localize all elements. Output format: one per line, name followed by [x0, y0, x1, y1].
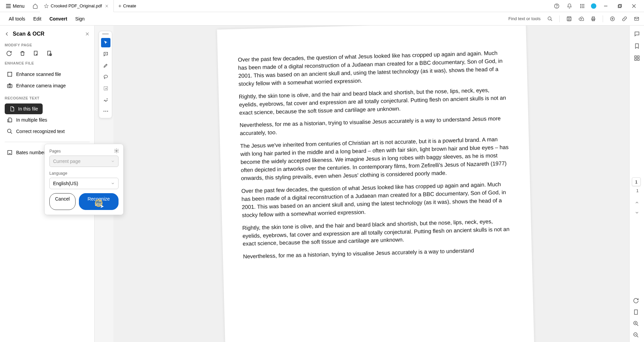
- popover-settings-button[interactable]: [114, 148, 119, 154]
- enhance-scanned-button[interactable]: Enhance scanned file: [5, 69, 90, 80]
- recognize-text-button[interactable]: Recognize text ➤: [79, 193, 119, 210]
- convert-button[interactable]: Convert: [45, 13, 71, 24]
- delete-page-button[interactable]: [19, 50, 26, 56]
- zoom-out-button[interactable]: [633, 332, 639, 338]
- save-button[interactable]: [566, 16, 572, 22]
- rotate-button[interactable]: [6, 50, 12, 56]
- title-right-group: [553, 2, 641, 10]
- svg-rect-17: [618, 5, 621, 8]
- notifications-button[interactable]: [565, 2, 573, 10]
- back-button[interactable]: [5, 32, 9, 36]
- maximize-button[interactable]: [615, 3, 625, 9]
- toolbar-right: Find text or tools: [508, 15, 639, 22]
- menu-button[interactable]: Menu: [3, 2, 28, 10]
- cursor-icon: [103, 40, 108, 45]
- thumbnail-icon: [634, 55, 640, 61]
- svg-text:A: A: [105, 87, 107, 90]
- separator: [603, 15, 603, 22]
- signature-icon: [103, 97, 108, 102]
- avatar[interactable]: [591, 3, 596, 9]
- more-tools[interactable]: [101, 106, 110, 116]
- all-tools-button[interactable]: All tools: [5, 13, 29, 24]
- extract-page-button[interactable]: [33, 50, 39, 56]
- bookmark-panel-button[interactable]: [634, 43, 640, 49]
- grip-handle[interactable]: [102, 33, 109, 35]
- svg-point-38: [7, 129, 11, 133]
- zoom-in-button[interactable]: [633, 320, 639, 327]
- panel-header: Scan & OCR: [5, 31, 90, 37]
- home-icon: [33, 3, 38, 9]
- language-select[interactable]: English(US): [49, 178, 119, 189]
- svg-point-45: [103, 111, 104, 112]
- in-multiple-files-label: In multiple files: [16, 117, 47, 123]
- svg-rect-8: [582, 4, 583, 5]
- save-icon: [566, 16, 572, 22]
- upload-button[interactable]: [579, 16, 584, 22]
- zoom-in-icon: [633, 320, 639, 327]
- page-total: 1: [636, 188, 639, 193]
- vertical-tool-strip: A: [99, 31, 112, 118]
- comment-tool[interactable]: [101, 49, 110, 59]
- draw-tool[interactable]: [101, 72, 110, 82]
- language-value: English(US): [53, 181, 78, 186]
- rotate-view-button[interactable]: [633, 298, 639, 304]
- next-page-button[interactable]: [635, 210, 639, 215]
- menu-label: Menu: [13, 3, 25, 9]
- zoom-out-icon: [633, 332, 639, 338]
- chevron-down-icon: [111, 181, 115, 185]
- document-tab[interactable]: Crooked PDF_Original.pdf: [40, 0, 113, 12]
- envelope-icon: [634, 16, 639, 22]
- trash-icon: [19, 50, 26, 56]
- page-display-button[interactable]: [633, 309, 639, 315]
- print-button[interactable]: [591, 16, 596, 22]
- correct-recognized-button[interactable]: Correct recognized text: [5, 126, 90, 137]
- svg-rect-18: [619, 4, 622, 7]
- pages-select[interactable]: Current page: [49, 156, 119, 167]
- edit-button[interactable]: Edit: [29, 13, 45, 24]
- svg-rect-24: [568, 19, 570, 20]
- text-box-tool[interactable]: A: [101, 84, 110, 93]
- tab-close-button[interactable]: [104, 3, 109, 9]
- tab-title: Crooked PDF_Original.pdf: [51, 3, 102, 8]
- minimize-button[interactable]: [601, 3, 610, 9]
- plus-icon: [118, 4, 122, 8]
- chat-panel-button[interactable]: [634, 31, 640, 37]
- sign-button[interactable]: Sign: [71, 13, 89, 24]
- svg-rect-35: [8, 72, 12, 76]
- close-window-button[interactable]: [629, 3, 639, 9]
- insert-page-button[interactable]: [46, 50, 52, 56]
- scan-icon: [7, 71, 13, 77]
- in-multiple-files-button[interactable]: In multiple files: [5, 114, 90, 126]
- create-tab-button[interactable]: Create: [114, 3, 140, 8]
- home-button[interactable]: [31, 1, 40, 11]
- apps-button[interactable]: [578, 2, 586, 10]
- prev-page-button[interactable]: [635, 200, 639, 205]
- page-number-input[interactable]: 1: [632, 177, 641, 186]
- share-button[interactable]: [634, 16, 639, 22]
- help-button[interactable]: [553, 2, 561, 10]
- cancel-button[interactable]: Cancel: [49, 193, 76, 210]
- enhance-camera-button[interactable]: Enhance camera image: [5, 80, 90, 91]
- pages-value: Current page: [53, 159, 81, 164]
- doc-paragraph: Nevertheless, for me as a historian, try…: [243, 246, 512, 261]
- pages-label: Pages: [49, 149, 119, 154]
- chevron-down-icon: [111, 159, 115, 163]
- chevron-left-icon: [5, 32, 9, 36]
- select-tool[interactable]: [101, 38, 110, 47]
- find-label: Find text or tools: [508, 16, 541, 21]
- separator: [559, 15, 560, 22]
- in-this-file-button[interactable]: In this file: [5, 103, 43, 114]
- link-button[interactable]: [622, 16, 627, 22]
- highlight-tool[interactable]: [101, 61, 110, 70]
- search-button[interactable]: [547, 16, 553, 22]
- document-viewer[interactable]: Over the past few decades, the question …: [113, 26, 629, 342]
- sparkle-icon: [610, 16, 615, 22]
- popover-buttons: Cancel Recognize text ➤: [49, 193, 119, 210]
- ai-assist-button[interactable]: [610, 16, 615, 22]
- thumbnail-panel-button[interactable]: [634, 55, 640, 61]
- svg-rect-9: [583, 4, 584, 5]
- svg-point-46: [105, 111, 106, 112]
- search-icon: [547, 16, 553, 22]
- fill-sign-tool[interactable]: [101, 95, 110, 104]
- panel-close-button[interactable]: [85, 32, 90, 36]
